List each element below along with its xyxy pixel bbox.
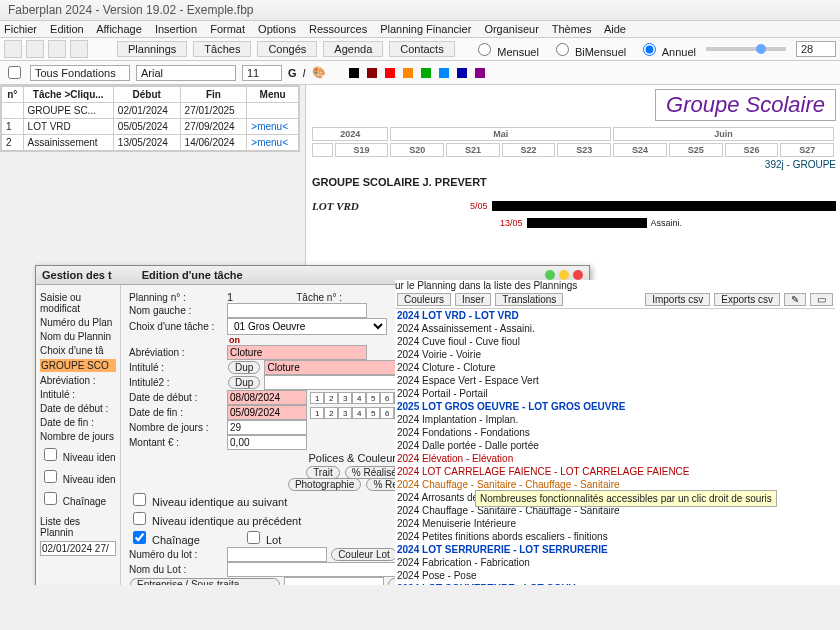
entreprise-input[interactable] [284,577,384,585]
task-list-item[interactable]: 2024 Implantation - Implan. [395,413,835,426]
menu-item[interactable]: Ressources [309,23,367,35]
view-annuel[interactable]: Annuel [638,40,696,58]
dup2-button[interactable]: Dup [228,376,260,389]
table-row[interactable]: 2Assainissement 13/05/202414/06/2024>men… [2,135,299,151]
numlot-input[interactable] [227,547,327,562]
abrev-input[interactable] [227,345,367,360]
color-swatch[interactable] [367,68,377,78]
table-row[interactable]: 1LOT VRD 05/05/202427/09/2024>menu< [2,119,299,135]
col-end[interactable]: Fin [180,87,247,103]
task-list-item[interactable]: 2024 LOT SERRURERIE - LOT SERRURERIE [395,543,835,556]
task-list-item[interactable]: 2024 Portail - Portail [395,387,835,400]
palette-icon[interactable]: 🎨 [312,66,326,79]
menu-item[interactable]: Affichage [96,23,142,35]
font-select[interactable]: Arial [136,65,236,81]
open-icon[interactable] [26,40,44,58]
chk-niveau2[interactable] [44,470,57,483]
task-list-item[interactable]: 2024 Fondations - Fondations [395,426,835,439]
toggle-check[interactable] [8,66,21,79]
intitule2-input[interactable] [264,375,404,390]
gantt-bar[interactable] [527,218,647,228]
menu-item[interactable]: Edition [50,23,84,35]
task-list-item[interactable]: 2025 LOT GROS OEUVRE - LOT GROS OEUVRE [395,400,835,413]
tab-agenda[interactable]: Agenda [323,41,383,57]
col-start[interactable]: Début [113,87,180,103]
tab-conges[interactable]: Congés [257,41,317,57]
inser-button[interactable]: Inser [455,293,491,306]
tab-contacts[interactable]: Contacts [389,41,454,57]
color-swatch[interactable] [457,68,467,78]
photo-button[interactable]: Photographie [288,478,362,491]
print-icon[interactable] [70,40,88,58]
tab-taches[interactable]: Tâches [193,41,251,57]
task-list-item[interactable]: 2024 Elévation - Elévation [395,452,835,465]
task-list-item[interactable]: 2024 LOT VRD - LOT VRD [395,309,835,322]
chk-chainage[interactable] [44,492,57,505]
save-icon[interactable] [48,40,66,58]
import-csv-button[interactable]: Imports csv [645,293,710,306]
chk-niv-suiv[interactable] [133,493,146,506]
doc-icon[interactable]: ▭ [810,293,833,306]
menu-item[interactable]: Planning Financier [380,23,471,35]
task-list-item[interactable]: 2024 LOT CARRELAGE FAIENCE - LOT CARRELA… [395,465,835,478]
couleur-lot-button[interactable]: Couleur Lot [331,548,397,561]
task-list-item[interactable]: 2024 Espace Vert - Espace Vert [395,374,835,387]
close-icon[interactable] [573,270,583,280]
menu-item[interactable]: Format [210,23,245,35]
menu-item[interactable]: Options [258,23,296,35]
task-list-item[interactable]: 2024 Pose - Pose [395,569,835,582]
color-swatch[interactable] [439,68,449,78]
entreprise-select[interactable]: Entreprise / Sous-traita... [130,578,280,585]
task-type-select[interactable]: 01 Gros Oeuvre [227,318,387,335]
gantt-bar[interactable] [492,201,836,211]
italic-icon[interactable]: I [303,67,306,79]
color-swatch[interactable] [421,68,431,78]
task-list-item[interactable]: 2024 Cuve fioul - Cuve fioul [395,335,835,348]
menu-item[interactable]: Organiseur [484,23,538,35]
translations-button[interactable]: Translations [495,293,563,306]
task-list-item[interactable]: 2024 Assainissement - Assaini. [395,322,835,335]
note-icon[interactable]: ✎ [784,293,806,306]
task-list-item[interactable]: 2024 Fabrication - Fabrication [395,556,835,569]
task-list-item[interactable]: 2024 LOT COUVERTURE - LOT COUV. [395,582,835,585]
day-btn[interactable]: 1 [310,392,324,404]
date-fin-input[interactable] [227,405,307,420]
zoom-slider[interactable] [706,47,786,51]
maximize-icon[interactable] [559,270,569,280]
new-icon[interactable] [4,40,22,58]
date-debut-input[interactable] [227,390,307,405]
export-csv-button[interactable]: Exports csv [714,293,780,306]
font-size[interactable]: 11 [242,65,282,81]
col-task[interactable]: Tâche >Cliqu... [23,87,113,103]
color-swatch[interactable] [475,68,485,78]
task-list-item[interactable]: 2024 Petites finitions abords escaliers … [395,530,835,543]
color-swatch[interactable] [403,68,413,78]
planning-list-item[interactable]: 02/01/2024 27/ [40,541,116,556]
menu-item[interactable]: Insertion [155,23,197,35]
tab-plannings[interactable]: Plannings [117,41,187,57]
task-list-item[interactable]: 2024 Menuiserie Intérieure [395,517,835,530]
menu-item[interactable]: Aide [604,23,626,35]
task-list-item[interactable]: 2024 Dalle portée - Dalle portée [395,439,835,452]
dup-button[interactable]: Dup [228,361,260,374]
view-mensuel[interactable]: Mensuel [473,40,539,58]
chk-niv-prec[interactable] [133,512,146,525]
chk-chain[interactable] [133,531,146,544]
table-row[interactable]: GROUPE SC... 02/01/202427/01/2025 [2,103,299,119]
selected-planning[interactable]: GROUPE SCO [40,359,116,372]
intitule-input[interactable] [264,360,404,375]
task-list-item[interactable]: 2024 Voirie - Voirie [395,348,835,361]
minimize-icon[interactable] [545,270,555,280]
zoom-value[interactable]: 28 [796,41,836,57]
col-n[interactable]: n° [2,87,24,103]
bold-icon[interactable]: G [288,67,297,79]
view-bimensuel[interactable]: BiMensuel [551,40,626,58]
chk-niveau1[interactable] [44,448,57,461]
combo-filter[interactable]: Tous Fondations [30,65,130,81]
couleurs-button[interactable]: Couleurs [397,293,451,306]
col-menu[interactable]: Menu [247,87,299,103]
nom-gauche-input[interactable] [227,303,367,318]
color-swatch[interactable] [349,68,359,78]
task-list-item[interactable]: 2024 Cloture - Cloture [395,361,835,374]
chk-lot[interactable] [247,531,260,544]
